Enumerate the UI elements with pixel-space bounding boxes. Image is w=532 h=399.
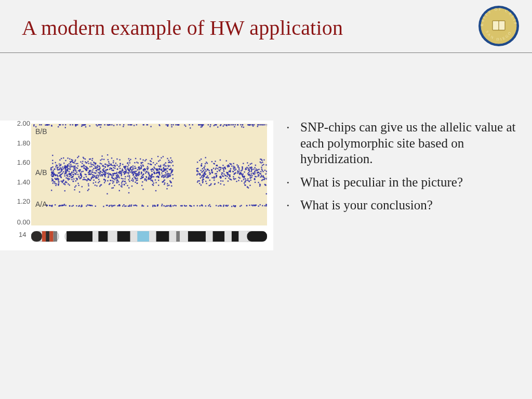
svg-rect-60 (217, 126, 218, 127)
svg-rect-530 (161, 172, 162, 174)
svg-rect-1500 (193, 205, 194, 206)
svg-rect-536 (119, 168, 121, 169)
svg-rect-876 (153, 162, 154, 163)
svg-rect-748 (99, 181, 100, 182)
svg-rect-1225 (248, 172, 249, 173)
svg-rect-307 (75, 185, 76, 187)
svg-rect-636 (116, 158, 117, 159)
svg-rect-1452 (125, 205, 126, 206)
svg-rect-526 (113, 181, 114, 182)
svg-rect-1270 (220, 177, 221, 178)
svg-rect-966 (101, 155, 102, 156)
svg-rect-1327 (241, 180, 242, 181)
svg-rect-1523 (143, 205, 144, 206)
svg-rect-703 (172, 178, 174, 179)
svg-rect-1000 (65, 168, 66, 169)
svg-rect-232 (148, 163, 149, 164)
svg-rect-1471 (231, 206, 232, 207)
svg-rect-1175 (223, 169, 224, 170)
svg-rect-735 (102, 172, 103, 173)
svg-rect-765 (141, 171, 142, 172)
svg-rect-1355 (228, 178, 229, 179)
svg-rect-815 (78, 177, 79, 178)
svg-rect-273 (163, 156, 164, 157)
svg-rect-1353 (261, 159, 262, 160)
svg-rect-959 (86, 176, 87, 177)
svg-rect-1211 (201, 158, 202, 159)
svg-rect-865 (63, 180, 64, 181)
svg-rect-652 (104, 179, 105, 180)
svg-rect-1022 (83, 179, 84, 180)
svg-rect-117 (65, 124, 66, 125)
svg-rect-635 (70, 169, 71, 170)
svg-rect-645 (100, 159, 101, 161)
svg-rect-1434 (103, 206, 104, 207)
svg-rect-177 (142, 189, 143, 190)
svg-rect-1284 (242, 169, 243, 170)
svg-rect-1405 (200, 174, 201, 175)
svg-rect-653 (55, 179, 56, 180)
svg-rect-974 (98, 179, 99, 180)
svg-rect-753 (71, 179, 72, 180)
svg-rect-916 (122, 181, 123, 182)
svg-rect-1472 (218, 205, 219, 206)
svg-rect-96 (258, 124, 259, 125)
bullet-list: SNP-chips can give us the allelic value … (282, 119, 516, 221)
svg-rect-669 (126, 170, 127, 171)
svg-rect-533 (136, 175, 137, 176)
svg-rect-1333 (247, 173, 248, 174)
svg-rect-79 (134, 125, 135, 126)
svg-rect-1395 (265, 184, 266, 185)
svg-rect-460 (103, 174, 104, 175)
svg-rect-802 (129, 176, 130, 177)
svg-rect-980 (95, 181, 96, 182)
svg-rect-1309 (266, 193, 267, 194)
svg-rect-238 (144, 179, 145, 180)
svg-rect-910 (158, 177, 159, 178)
svg-rect-1210 (261, 167, 262, 168)
svg-rect-1183 (203, 170, 204, 171)
svg-rect-822 (85, 166, 86, 167)
svg-rect-151 (184, 124, 185, 125)
svg-rect-174 (73, 178, 74, 179)
svg-rect-896 (117, 168, 118, 169)
svg-rect-579 (100, 171, 101, 172)
svg-rect-665 (67, 164, 68, 165)
svg-rect-12 (41, 124, 42, 125)
svg-rect-184 (135, 177, 136, 178)
svg-rect-1223 (227, 174, 228, 175)
svg-rect-808 (113, 161, 114, 162)
svg-rect-1455 (162, 204, 163, 205)
svg-rect-741 (134, 176, 135, 177)
svg-rect-284 (117, 174, 118, 175)
svg-rect-1483 (69, 205, 70, 206)
svg-rect-1521 (216, 205, 217, 206)
svg-rect-459 (77, 174, 78, 175)
svg-rect-704 (166, 188, 167, 189)
svg-rect-991 (168, 174, 169, 175)
svg-rect-1567 (108, 231, 117, 242)
svg-rect-1157 (261, 175, 262, 176)
svg-rect-1318 (254, 172, 255, 173)
svg-rect-792 (158, 185, 159, 186)
svg-rect-1193 (250, 180, 251, 181)
svg-rect-1397 (247, 187, 248, 188)
svg-rect-74 (267, 124, 267, 125)
svg-rect-584 (113, 170, 114, 171)
y-tick: 0.00 (14, 218, 30, 226)
svg-rect-1540 (225, 205, 226, 206)
svg-rect-1348 (258, 182, 259, 183)
svg-rect-1188 (235, 169, 236, 170)
svg-rect-1482 (71, 206, 72, 207)
svg-rect-858 (59, 164, 60, 165)
snp-allele-frequency-figure: Allele frequency 2.001.801.601.401.200.0… (0, 121, 273, 250)
svg-rect-1039 (77, 163, 78, 164)
svg-rect-1080 (222, 180, 223, 181)
svg-rect-929 (80, 162, 81, 163)
svg-rect-632 (156, 169, 157, 170)
svg-rect-1320 (230, 168, 231, 169)
svg-rect-956 (141, 177, 142, 178)
svg-rect-598 (64, 165, 65, 166)
svg-rect-1248 (229, 163, 230, 164)
svg-rect-1074 (251, 171, 252, 172)
